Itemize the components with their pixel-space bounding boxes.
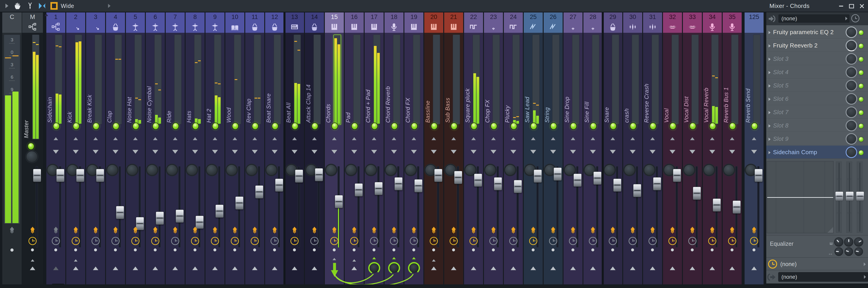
pan-lr-icon[interactable]: [629, 159, 636, 164]
clock-icon[interactable]: [191, 237, 199, 245]
channel-strip-5[interactable]: 5Noise Hat: [126, 12, 145, 284]
channel-strip-28[interactable]: 28Sine Fill: [583, 12, 602, 284]
eq-band-slider-3[interactable]: [857, 161, 863, 233]
clock-icon[interactable]: [469, 237, 477, 245]
pan-knob[interactable]: [206, 164, 217, 175]
fader-handle[interactable]: [215, 204, 223, 218]
pan-lr-icon[interactable]: [331, 159, 338, 164]
record-dot[interactable]: [233, 249, 236, 251]
channel-name[interactable]: Chord Reverb: [385, 35, 393, 123]
fx-plugin-icon[interactable]: [509, 226, 518, 235]
stereo-sep-down-icon[interactable]: [252, 150, 258, 154]
channel-header[interactable]: 19: [404, 12, 423, 33]
effect-slot-10[interactable]: Sidechain Comp: [766, 146, 868, 159]
clock-icon[interactable]: [410, 237, 418, 245]
channel-strip-4[interactable]: 4Clap: [106, 12, 125, 284]
stereo-sep-down-icon[interactable]: [172, 150, 178, 154]
stereo-sep-down-icon[interactable]: [291, 150, 298, 154]
channel-strip-10[interactable]: 10Wood: [225, 12, 244, 284]
fader-handle[interactable]: [434, 169, 442, 182]
stereo-sep-up-icon[interactable]: [372, 137, 376, 140]
mute-led[interactable]: [471, 123, 477, 130]
record-dot[interactable]: [94, 249, 97, 251]
channel-name[interactable]: Pad: [345, 35, 353, 123]
record-dot[interactable]: [134, 249, 137, 251]
fader-track[interactable]: [695, 166, 698, 248]
mute-led[interactable]: [431, 123, 438, 130]
record-dot[interactable]: [54, 249, 57, 251]
pan-lr-icon[interactable]: [152, 159, 159, 164]
record-dot[interactable]: [611, 249, 614, 251]
layout-name[interactable]: Wide: [61, 3, 74, 9]
pan-lr-icon[interactable]: [470, 159, 477, 164]
slot-enable-led[interactable]: [858, 123, 864, 129]
channel-strip-25[interactable]: 25Saw Lead: [524, 12, 543, 284]
pan-lr-icon[interactable]: [311, 159, 318, 164]
effect-slot-2[interactable]: Fruity Reeverb 2: [766, 39, 868, 52]
channel-strip-21[interactable]: 21Sub Bass: [444, 12, 463, 284]
channel-name[interactable]: Snare: [603, 35, 612, 123]
fader-handle[interactable]: [474, 173, 482, 187]
stereo-sep-up-icon[interactable]: [690, 137, 694, 140]
channel-header[interactable]: 25: [524, 12, 543, 33]
fader-handle[interactable]: [275, 179, 283, 192]
stereo-sep-up-icon[interactable]: [54, 137, 58, 140]
stereo-sep-up-icon[interactable]: [292, 137, 297, 140]
pan-knob[interactable]: [266, 164, 277, 175]
pan-lr-icon[interactable]: [211, 159, 219, 164]
funnel-icon[interactable]: [26, 0, 34, 12]
slot-expand-icon[interactable]: [769, 71, 771, 74]
stereo-sep-down-icon[interactable]: [570, 150, 576, 154]
slot-mix-knob[interactable]: [846, 53, 857, 65]
pan-knob[interactable]: [326, 164, 337, 175]
slot-enable-led[interactable]: [858, 57, 864, 62]
pan-lr-icon[interactable]: [52, 159, 59, 164]
channel-header[interactable]: 29: [603, 12, 622, 33]
channel-name[interactable]: Reverb Bus 1: [723, 35, 731, 123]
channel-header[interactable]: 8: [186, 12, 205, 33]
stereo-sep-up-icon[interactable]: [213, 137, 217, 140]
fx-plugin-icon[interactable]: [390, 226, 399, 235]
slot-enable-led[interactable]: [858, 30, 864, 35]
pan-lr-icon[interactable]: [112, 159, 119, 164]
channel-header[interactable]: 13: [285, 12, 304, 33]
effect-slot-1[interactable]: Fruity parametric EQ 2: [766, 25, 868, 39]
pan-lr-icon[interactable]: [430, 159, 437, 164]
send-to-master-arrow[interactable]: [113, 266, 118, 270]
fader-handle[interactable]: [76, 169, 84, 182]
mute-led[interactable]: [491, 123, 497, 130]
record-dot[interactable]: [213, 249, 216, 251]
fx-plugin-icon[interactable]: [330, 226, 339, 235]
fader-track[interactable]: [377, 166, 379, 248]
channel-header[interactable]: 2: [66, 12, 85, 33]
channel-header[interactable]: 16: [345, 12, 364, 33]
clock-icon[interactable]: [271, 237, 279, 245]
send-to-master-arrow[interactable]: [550, 266, 556, 270]
stereo-sep-up-icon[interactable]: [173, 137, 178, 140]
stereo-sep-down-icon[interactable]: [709, 150, 715, 154]
record-dot[interactable]: [532, 249, 535, 251]
fx-plugin-icon[interactable]: [449, 226, 458, 235]
clock-icon[interactable]: [131, 237, 140, 245]
record-dot[interactable]: [752, 249, 755, 251]
channel-strip-8[interactable]: 8Hats: [186, 12, 205, 284]
channel-header[interactable]: 26: [544, 12, 563, 33]
send-to-master-arrow[interactable]: [312, 266, 317, 270]
output-target-dropdown[interactable]: (none): [778, 272, 868, 282]
stereo-sep-up-icon[interactable]: [73, 137, 78, 140]
clock-icon[interactable]: [450, 237, 458, 245]
fader-track[interactable]: [158, 166, 161, 248]
stereo-sep-down-icon[interactable]: [751, 150, 757, 154]
stereo-sep-down-icon[interactable]: [152, 150, 158, 154]
master-name[interactable]: Master: [23, 76, 31, 138]
channel-header[interactable]: 14: [305, 12, 324, 33]
stereo-sep-up-icon[interactable]: [232, 137, 237, 140]
fader-handle[interactable]: [754, 169, 763, 182]
audio-input-icon[interactable]: [768, 14, 776, 23]
channel-header[interactable]: 32: [663, 12, 682, 33]
clock-icon[interactable]: [750, 237, 758, 245]
send-to-master-arrow[interactable]: [650, 266, 655, 270]
fader-handle[interactable]: [355, 183, 363, 196]
channel-strip-13[interactable]: 13Beat All: [285, 12, 304, 284]
clock-icon[interactable]: [430, 237, 438, 245]
